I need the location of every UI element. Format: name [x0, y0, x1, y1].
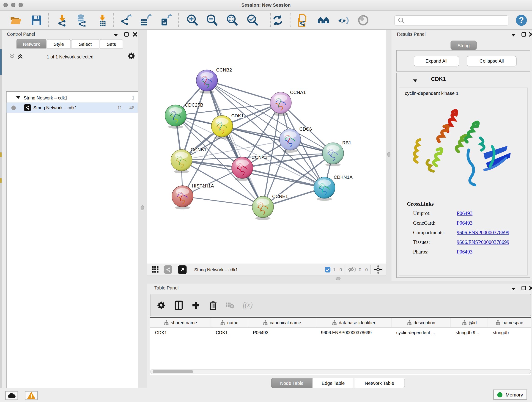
- network-edge[interactable]: [207, 80, 281, 103]
- zoom-out-button[interactable]: [206, 14, 218, 27]
- network-share-icon[interactable]: [164, 265, 172, 274]
- column-type-icon: [462, 320, 467, 325]
- svg-text:?: ?: [519, 16, 524, 25]
- panel-close-icon[interactable]: [529, 286, 532, 291]
- zoom-in-button[interactable]: [186, 14, 199, 27]
- warnings-button[interactable]: [25, 391, 38, 400]
- crosslink-link[interactable]: 9606.ENSP00000378699: [457, 239, 509, 245]
- import-network-database-button[interactable]: [75, 14, 88, 27]
- network-edge[interactable]: [183, 196, 263, 207]
- tab-string[interactable]: String: [451, 41, 477, 50]
- control-panel: Control Panel Network Style Select Sets …: [2, 30, 138, 388]
- network-selection-text: 1 of 1 Network selected: [2, 54, 138, 60]
- collapse-all-button[interactable]: Collapse All: [467, 56, 517, 66]
- network-node[interactable]: HIST1H1A: [172, 183, 214, 210]
- column-header[interactable]: canonical name: [248, 318, 316, 327]
- panel-close-icon[interactable]: [133, 32, 138, 37]
- toolbar-separator: [270, 13, 271, 27]
- network-node[interactable]: CCNE1: [252, 194, 288, 220]
- network-collection-row[interactable]: String Network – cdk1 1: [7, 93, 138, 103]
- gene-collapse-icon[interactable]: [413, 79, 418, 83]
- crosslink-link[interactable]: P06493: [457, 249, 473, 255]
- panel-close-icon[interactable]: [529, 32, 532, 37]
- open-session-button[interactable]: [10, 14, 22, 27]
- crosslink-link[interactable]: 9606.ENSP00000378699: [457, 230, 509, 236]
- node-label: CDC6: [299, 127, 312, 132]
- first-neighbors-button[interactable]: [317, 14, 330, 27]
- network-node[interactable]: CCNB2: [196, 67, 232, 94]
- zoom-fit-button[interactable]: [226, 14, 239, 27]
- network-node[interactable]: CDC6: [279, 127, 312, 153]
- network-node[interactable]: CCNA1: [270, 90, 306, 116]
- export-image-button[interactable]: [160, 14, 172, 27]
- export-table-button[interactable]: [139, 14, 152, 27]
- column-header[interactable]: shared name: [150, 318, 211, 327]
- table-row[interactable]: CDK1CDK1P064939606.ENSP00000378699cyclin…: [150, 328, 531, 337]
- table-settings-gear-icon[interactable]: [157, 301, 166, 310]
- add-column-icon[interactable]: [192, 301, 200, 309]
- panel-float-icon[interactable]: [521, 32, 526, 37]
- selected-checkbox-icon[interactable]: [325, 267, 331, 273]
- refresh-view-button[interactable]: [272, 14, 284, 27]
- open-in-window-icon[interactable]: [178, 265, 187, 274]
- import-network-file-button[interactable]: [56, 14, 69, 27]
- show-columns-icon[interactable]: [175, 300, 183, 310]
- cloud-status-button[interactable]: [5, 391, 18, 400]
- zoom-selected-button[interactable]: [247, 14, 259, 27]
- tab-network-table[interactable]: Network Table: [354, 378, 405, 388]
- show-all-button[interactable]: [357, 14, 370, 27]
- cloud-icon: [7, 393, 16, 398]
- network-graph[interactable]: CCNB2CCNA1CDC25BCDK1CDC6RB1CCNB1CCNA2CDK…: [147, 30, 386, 264]
- results-actions-box: Expand All Collapse All: [396, 50, 530, 71]
- import-network-icon: [56, 14, 68, 27]
- network-edge[interactable]: [207, 80, 263, 207]
- tree-expander-icon[interactable]: [16, 96, 20, 99]
- tab-network[interactable]: Network: [17, 39, 46, 49]
- column-header[interactable]: database identifier: [316, 318, 392, 327]
- column-header[interactable]: namespac: [488, 318, 531, 327]
- export-network-button[interactable]: [120, 14, 133, 27]
- grid-view-icon[interactable]: [152, 266, 159, 274]
- eye-slash-icon: [337, 14, 350, 26]
- panel-float-icon[interactable]: [124, 32, 129, 37]
- crosslink-link[interactable]: P06493: [457, 220, 473, 226]
- tab-sets[interactable]: Sets: [100, 39, 123, 49]
- panel-menu-icon[interactable]: [114, 33, 118, 37]
- panel-menu-icon[interactable]: [511, 33, 516, 37]
- node-table[interactable]: shared namenamecanonical namedatabase id…: [150, 317, 531, 375]
- network-canvas[interactable]: CCNB2CCNA1CDC25BCDK1CDC6RB1CCNB1CCNA2CDK…: [147, 30, 386, 264]
- network-row-selected[interactable]: String Network – cdk1 11 48: [7, 102, 138, 113]
- panel-menu-icon[interactable]: [511, 287, 516, 291]
- table-horizontal-scrollbar[interactable]: [150, 369, 531, 374]
- tab-select[interactable]: Select: [71, 39, 99, 49]
- tab-style[interactable]: Style: [47, 39, 71, 49]
- save-session-button[interactable]: [30, 14, 43, 27]
- import-table-file-button[interactable]: [96, 14, 109, 27]
- column-header[interactable]: description: [392, 318, 451, 327]
- hide-selected-button[interactable]: [337, 14, 350, 27]
- delete-column-icon[interactable]: [209, 300, 217, 310]
- node-label: CCNB2: [216, 67, 232, 72]
- tab-edge-table[interactable]: Edge Table: [312, 378, 354, 388]
- panel-float-icon[interactable]: [521, 286, 526, 291]
- table-cell: stringdb:9...: [451, 328, 488, 337]
- network-options-gear-icon[interactable]: [127, 52, 135, 60]
- crosslink-link[interactable]: P06493: [457, 211, 473, 216]
- column-header[interactable]: name: [211, 318, 248, 327]
- horizontal-splitter-handle[interactable]: [336, 277, 341, 280]
- right-splitter-handle[interactable]: [387, 152, 391, 157]
- column-header[interactable]: @id: [451, 318, 488, 327]
- zoom-selected-icon: [247, 14, 259, 27]
- network-node[interactable]: CCNB1: [171, 147, 207, 173]
- network-node[interactable]: RB1: [322, 140, 351, 166]
- left-splitter-handle[interactable]: [141, 205, 144, 210]
- memory-button[interactable]: Memory: [493, 390, 527, 400]
- network-node[interactable]: CDKN1A: [314, 175, 353, 201]
- clone-network-button[interactable]: [297, 14, 309, 27]
- scrollbar-thumb[interactable]: [152, 370, 193, 373]
- pan-crosshair-icon[interactable]: [374, 265, 383, 274]
- expand-all-button[interactable]: Expand All: [414, 56, 459, 66]
- tab-node-table[interactable]: Node Table: [271, 378, 312, 388]
- search-input[interactable]: [407, 18, 508, 24]
- help-button[interactable]: ?: [515, 14, 528, 27]
